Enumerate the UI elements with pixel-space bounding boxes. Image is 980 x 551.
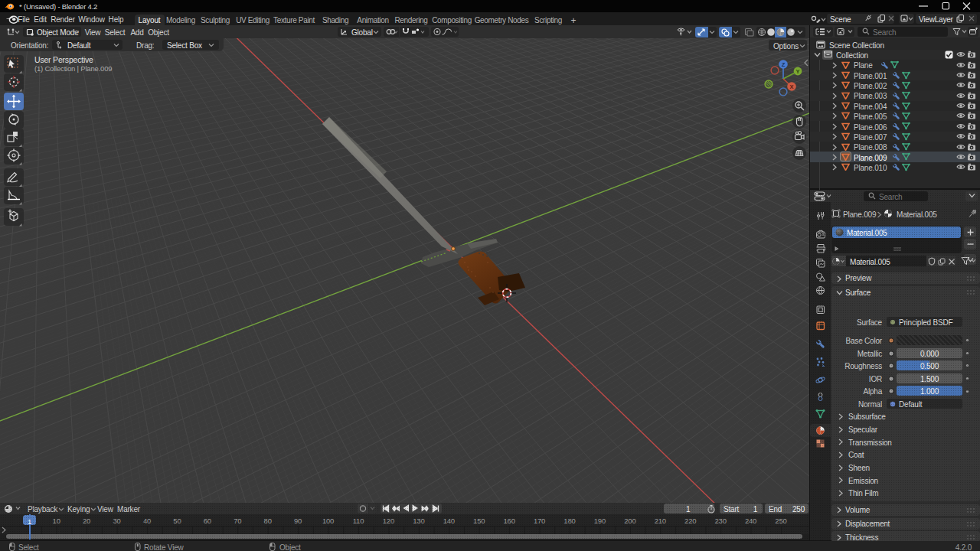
svg-text:Z: Z [782, 61, 786, 68]
svg-text:Y: Y [795, 68, 799, 75]
svg-text:X: X [789, 83, 793, 90]
